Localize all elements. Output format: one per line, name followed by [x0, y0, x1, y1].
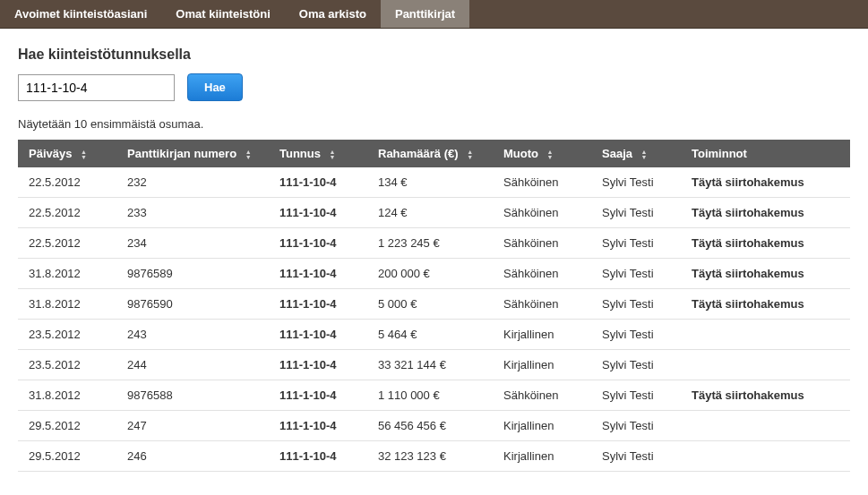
- cell-date: 23.5.2012: [18, 320, 116, 350]
- table-row: 29.5.2012247111-1-10-456 456 456 €Kirjal…: [18, 411, 850, 441]
- table-row: 22.5.2012234111-1-10-41 223 245 €Sähköin…: [18, 228, 850, 259]
- col-header-date[interactable]: Päiväys ▲▼: [18, 140, 116, 167]
- cell-muoto: Kirjallinen: [493, 411, 591, 441]
- table-row: 23.5.2012244111-1-10-433 321 144 €Kirjal…: [18, 350, 850, 380]
- table-row: 22.5.2012233111-1-10-4124 €SähköinenSylv…: [18, 198, 850, 228]
- cell-number: 9876590: [116, 289, 269, 320]
- cell-action[interactable]: Täytä siirtohakemus: [681, 259, 850, 289]
- cell-amount: 124 €: [367, 198, 493, 228]
- col-header-number[interactable]: Panttikirjan numero ▲▼: [116, 140, 269, 167]
- cell-saaja: Sylvi Testi: [591, 228, 681, 259]
- cell-saaja: Sylvi Testi: [591, 411, 681, 441]
- col-header-amount-label: Rahamäärä (€): [378, 147, 459, 160]
- cell-amount: 5 000 €: [367, 289, 493, 320]
- cell-number: 243: [116, 320, 269, 350]
- cell-muoto: Kirjallinen: [493, 441, 591, 472]
- cell-tunnus-link[interactable]: 111-1-10-4: [269, 167, 367, 198]
- results-note: Näytetään 10 ensimmäistä osumaa.: [18, 117, 850, 131]
- cell-tunnus-link[interactable]: 111-1-10-4: [269, 380, 367, 411]
- sort-icon: ▲▼: [330, 149, 336, 160]
- cell-tunnus-link[interactable]: 111-1-10-4: [269, 289, 367, 320]
- main-content: Hae kiinteistötunnuksella Hae Näytetään …: [0, 29, 868, 481]
- cell-action: [681, 441, 850, 472]
- cell-amount: 1 110 000 €: [367, 380, 493, 411]
- cell-number: 247: [116, 411, 269, 441]
- cell-tunnus-link[interactable]: 111-1-10-4: [269, 259, 367, 289]
- cell-amount: 33 321 144 €: [367, 350, 493, 380]
- cell-tunnus-link[interactable]: 111-1-10-4: [269, 350, 367, 380]
- cell-number: 244: [116, 350, 269, 380]
- sort-icon: ▲▼: [245, 149, 252, 160]
- col-header-tunnus[interactable]: Tunnus ▲▼: [269, 140, 367, 167]
- cell-muoto: Sähköinen: [493, 198, 591, 228]
- col-header-toiminnot-label: Toiminnot: [692, 147, 747, 160]
- nav-tab[interactable]: Avoimet kiinteistöasiani: [0, 0, 161, 28]
- table-row: 29.5.2012246111-1-10-432 123 123 €Kirjal…: [18, 441, 850, 472]
- cell-saaja: Sylvi Testi: [591, 350, 681, 380]
- cell-muoto: Sähköinen: [493, 259, 591, 289]
- cell-number: 233: [116, 198, 269, 228]
- col-header-saaja[interactable]: Saaja ▲▼: [591, 140, 681, 167]
- table-row: 31.8.20129876589111-1-10-4200 000 €Sähkö…: [18, 259, 850, 289]
- cell-tunnus-link[interactable]: 111-1-10-4: [269, 198, 367, 228]
- cell-tunnus-link[interactable]: 111-1-10-4: [269, 228, 367, 259]
- cell-tunnus-link[interactable]: 111-1-10-4: [269, 411, 367, 441]
- cell-saaja: Sylvi Testi: [591, 380, 681, 411]
- property-id-input[interactable]: [18, 74, 175, 101]
- col-header-amount[interactable]: Rahamäärä (€) ▲▼: [367, 140, 493, 167]
- cell-amount: 5 464 €: [367, 320, 493, 350]
- cell-muoto: Sähköinen: [493, 228, 591, 259]
- search-button[interactable]: Hae: [187, 73, 243, 101]
- cell-date: 22.5.2012: [18, 198, 116, 228]
- cell-date: 22.5.2012: [18, 167, 116, 198]
- col-header-muoto-label: Muoto: [503, 147, 538, 160]
- table-row: 22.5.2012232111-1-10-4134 €SähköinenSylv…: [18, 167, 850, 198]
- nav-tab[interactable]: Omat kiinteistöni: [161, 0, 284, 28]
- cell-muoto: Sähköinen: [493, 289, 591, 320]
- cell-action[interactable]: Täytä siirtohakemus: [681, 167, 850, 198]
- cell-muoto: Sähköinen: [493, 167, 591, 198]
- cell-amount: 200 000 €: [367, 259, 493, 289]
- cell-number: 234: [116, 228, 269, 259]
- cell-saaja: Sylvi Testi: [591, 259, 681, 289]
- cell-saaja: Sylvi Testi: [591, 289, 681, 320]
- cell-tunnus-link[interactable]: 111-1-10-4: [269, 441, 367, 472]
- cell-amount: 1 223 245 €: [367, 228, 493, 259]
- cell-action: [681, 350, 850, 380]
- cell-date: 29.5.2012: [18, 411, 116, 441]
- col-header-saaja-label: Saaja: [602, 147, 632, 160]
- cell-action[interactable]: Täytä siirtohakemus: [681, 289, 850, 320]
- cell-number: 232: [116, 167, 269, 198]
- sort-icon: ▲▼: [467, 149, 473, 160]
- cell-muoto: Kirjallinen: [493, 350, 591, 380]
- results-table: Päiväys ▲▼ Panttikirjan numero ▲▼ Tunnus…: [18, 140, 850, 472]
- cell-number: 9876588: [116, 380, 269, 411]
- cell-action: [681, 411, 850, 441]
- cell-amount: 56 456 456 €: [367, 411, 493, 441]
- cell-action[interactable]: Täytä siirtohakemus: [681, 380, 850, 411]
- cell-date: 31.8.2012: [18, 259, 116, 289]
- cell-date: 22.5.2012: [18, 228, 116, 259]
- search-heading: Hae kiinteistötunnuksella: [18, 47, 850, 63]
- cell-tunnus-link[interactable]: 111-1-10-4: [269, 320, 367, 350]
- col-header-muoto[interactable]: Muoto ▲▼: [493, 140, 591, 167]
- sort-icon: ▲▼: [81, 149, 87, 160]
- sort-icon: ▲▼: [641, 149, 648, 160]
- cell-action: [681, 320, 850, 350]
- nav-tab[interactable]: Oma arkisto: [285, 0, 381, 28]
- cell-action[interactable]: Täytä siirtohakemus: [681, 228, 850, 259]
- cell-date: 31.8.2012: [18, 380, 116, 411]
- col-header-number-label: Panttikirjan numero: [127, 147, 236, 160]
- nav-tab[interactable]: Panttikirjat: [381, 0, 469, 28]
- cell-saaja: Sylvi Testi: [591, 320, 681, 350]
- sort-icon: ▲▼: [547, 149, 554, 160]
- cell-muoto: Sähköinen: [493, 380, 591, 411]
- cell-action[interactable]: Täytä siirtohakemus: [681, 198, 850, 228]
- cell-saaja: Sylvi Testi: [591, 167, 681, 198]
- top-nav: Avoimet kiinteistöasianiOmat kiinteistön…: [0, 0, 868, 29]
- cell-saaja: Sylvi Testi: [591, 441, 681, 472]
- cell-date: 23.5.2012: [18, 350, 116, 380]
- results-tbody: 22.5.2012232111-1-10-4134 €SähköinenSylv…: [18, 167, 850, 472]
- col-header-toiminnot: Toiminnot: [681, 140, 850, 167]
- cell-amount: 32 123 123 €: [367, 441, 493, 472]
